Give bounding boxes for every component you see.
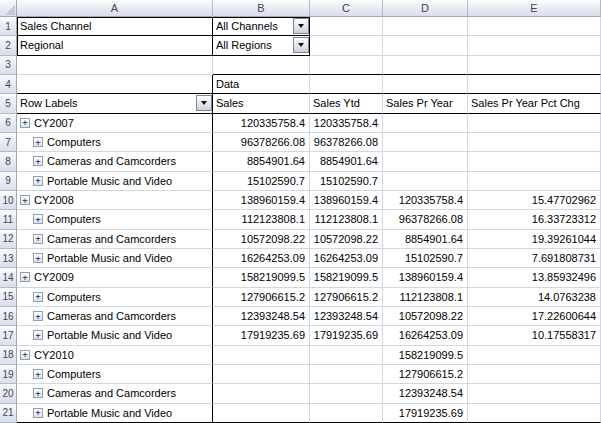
cell-c11[interactable]: 112123808.1 [310,210,383,229]
cell-c15[interactable]: 127906615.2 [310,288,383,307]
row-header-18[interactable]: 18 [0,346,17,365]
row-header-3[interactable]: 3 [0,56,17,75]
cell-e17[interactable]: 10.17558317 [468,326,601,345]
cell-c13[interactable]: 16264253.09 [310,249,383,268]
cell-a4[interactable] [17,75,213,94]
cell-e15[interactable]: 14.0763238 [468,288,601,307]
cell-c18[interactable] [310,346,383,365]
filter-field-label-cell[interactable]: Sales Channel [17,17,213,36]
cell-e21[interactable] [468,404,601,423]
cell-e9[interactable] [468,172,601,191]
cell-c1[interactable] [310,17,383,36]
cell-b16[interactable]: 12393248.54 [213,307,310,326]
row-header-12[interactable]: 12 [0,230,17,249]
row-header-15[interactable]: 15 [0,288,17,307]
cell-e18[interactable] [468,346,601,365]
cell-c8[interactable]: 8854901.64 [310,152,383,171]
column-header-b[interactable]: B [213,0,310,17]
cell-e13[interactable]: 7.691808731 [468,249,601,268]
cell-b8[interactable]: 8854901.64 [213,152,310,171]
cell-e6[interactable] [468,114,601,133]
cell-d7[interactable] [383,133,468,152]
cell-b17[interactable]: 17919235.69 [213,326,310,345]
pivot-col-header-sales-pr-year[interactable]: Sales Pr Year [383,94,468,113]
column-header-e[interactable]: E [468,0,601,17]
row-header-5[interactable]: 5 [0,94,17,113]
cell-d6[interactable] [383,114,468,133]
cell-c16[interactable]: 12393248.54 [310,307,383,326]
cell-d1[interactable] [383,17,468,36]
cell-c9[interactable]: 15102590.7 [310,172,383,191]
cell-e3[interactable] [468,56,601,75]
cell-b14[interactable]: 158219099.5 [213,268,310,287]
expand-icon[interactable]: + [20,350,30,360]
cell-c17[interactable]: 17919235.69 [310,326,383,345]
cell-c12[interactable]: 10572098.22 [310,230,383,249]
pivot-row-label-cell[interactable]: +Computers [17,288,213,307]
expand-icon[interactable]: + [33,388,43,398]
pivot-col-header-sales[interactable]: Sales [213,94,310,113]
cell-d10[interactable]: 120335758.4 [383,191,468,210]
expand-icon[interactable]: + [20,195,30,205]
expand-icon[interactable]: + [33,156,43,166]
expand-icon[interactable]: + [33,176,43,186]
cell-d3[interactable] [383,56,468,75]
pivot-row-label-cell[interactable]: +Cameras and Camcorders [17,230,213,249]
row-header-8[interactable]: 8 [0,152,17,171]
row-labels-filter-button[interactable] [196,95,212,111]
row-header-2[interactable]: 2 [0,36,17,55]
cell-b19[interactable] [213,365,310,384]
cell-e11[interactable]: 16.33723312 [468,210,601,229]
expand-icon[interactable]: + [20,118,30,128]
row-header-21[interactable]: 21 [0,404,17,423]
filter-dropdown-button[interactable] [293,18,309,34]
column-header-d[interactable]: D [383,0,468,17]
cell-e7[interactable] [468,133,601,152]
row-header-14[interactable]: 14 [0,268,17,287]
column-header-a[interactable]: A [17,0,213,17]
row-header-9[interactable]: 9 [0,172,17,191]
expand-icon[interactable]: + [33,234,43,244]
cell-d12[interactable]: 8854901.64 [383,230,468,249]
cell-e2[interactable] [468,36,601,55]
cell-c20[interactable] [310,384,383,403]
expand-icon[interactable]: + [33,292,43,302]
cell-c19[interactable] [310,365,383,384]
expand-icon[interactable]: + [33,311,43,321]
cell-d19[interactable]: 127906615.2 [383,365,468,384]
cell-d21[interactable]: 17919235.69 [383,404,468,423]
pivot-row-label-cell[interactable]: +Portable Music and Video [17,249,213,268]
cell-c10[interactable]: 138960159.4 [310,191,383,210]
cell-e1[interactable] [468,17,601,36]
filter-field-label-cell[interactable]: Regional [17,36,213,55]
filter-dropdown-button[interactable] [293,37,309,53]
pivot-row-label-cell[interactable]: +Computers [17,210,213,229]
pivot-col-header-sales-pr-year-pct-chg[interactable]: Sales Pr Year Pct Chg [468,94,601,113]
row-header-11[interactable]: 11 [0,210,17,229]
cell-b21[interactable] [213,404,310,423]
cell-b13[interactable]: 16264253.09 [213,249,310,268]
cell-b3[interactable] [213,56,310,75]
row-header-19[interactable]: 19 [0,365,17,384]
pivot-col-header-sales-ytd[interactable]: Sales Ytd [310,94,383,113]
cell-c6[interactable]: 120335758.4 [310,114,383,133]
cell-d20[interactable]: 12393248.54 [383,384,468,403]
row-header-1[interactable]: 1 [0,17,17,36]
expand-icon[interactable]: + [33,253,43,263]
pivot-data-label-cell[interactable]: Data [213,75,310,94]
cell-d18[interactable]: 158219099.5 [383,346,468,365]
row-header-16[interactable]: 16 [0,307,17,326]
row-header-17[interactable]: 17 [0,326,17,345]
row-header-6[interactable]: 6 [0,114,17,133]
cell-e14[interactable]: 13.85932496 [468,268,601,287]
cell-b11[interactable]: 112123808.1 [213,210,310,229]
expand-icon[interactable]: + [20,272,30,282]
cell-e12[interactable]: 19.39261044 [468,230,601,249]
cell-a3[interactable] [17,56,213,75]
row-header-7[interactable]: 7 [0,133,17,152]
expand-icon[interactable]: + [33,214,43,224]
cell-d17[interactable]: 16264253.09 [383,326,468,345]
cell-b9[interactable]: 15102590.7 [213,172,310,191]
pivot-row-labels-header-cell[interactable]: Row Labels [17,94,213,113]
cell-c21[interactable] [310,404,383,423]
